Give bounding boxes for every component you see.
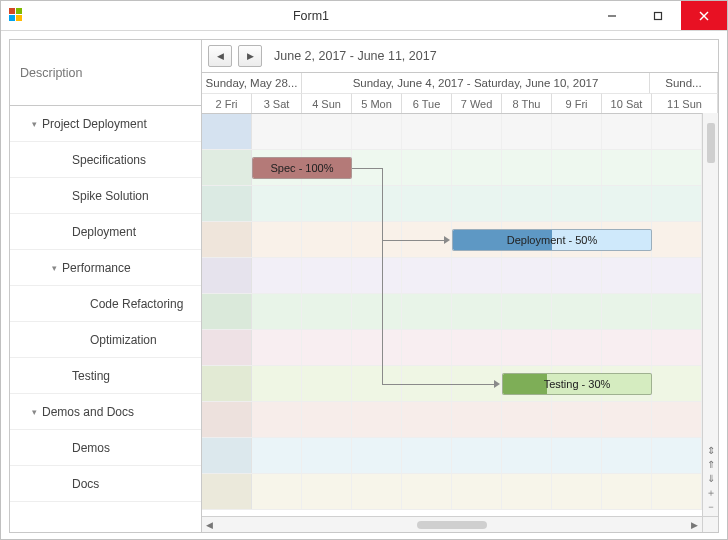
scrollbar-thumb[interactable] <box>417 521 487 529</box>
day-header[interactable]: 6 Tue <box>402 93 452 113</box>
tree-item-performance[interactable]: ▾Performance <box>10 250 201 286</box>
gantt-bar-testing[interactable]: Testing - 30% <box>502 373 652 395</box>
gantt-row[interactable] <box>202 438 702 474</box>
gantt-row[interactable] <box>202 114 702 150</box>
tree-item-testing[interactable]: Testing <box>10 358 201 394</box>
day-header[interactable]: 9 Fri <box>552 93 602 113</box>
gantt-row[interactable]: Testing - 30% <box>202 366 702 402</box>
tree-item-docs[interactable]: Docs <box>10 466 201 502</box>
date-group[interactable]: Sund... <box>650 73 718 93</box>
prev-button[interactable]: ◀ <box>208 45 232 67</box>
collapse-rows-icon[interactable]: ⇕ <box>707 446 715 456</box>
horizontal-scrollbar[interactable]: ◀ ▶ <box>202 516 702 532</box>
gantt-row[interactable] <box>202 294 702 330</box>
scroll-down-icon[interactable]: ⇓ <box>707 474 715 484</box>
close-button[interactable] <box>681 1 727 30</box>
scroll-up-icon[interactable]: ⇑ <box>707 460 715 470</box>
tree-list: ▾Project Deployment Specifications Spike… <box>10 106 201 502</box>
tree-item-demos-and-docs[interactable]: ▾Demos and Docs <box>10 394 201 430</box>
tree-item-project-deployment[interactable]: ▾Project Deployment <box>10 106 201 142</box>
date-group[interactable]: Sunday, June 4, 2017 - Saturday, June 10… <box>302 73 650 93</box>
day-header[interactable]: 5 Mon <box>352 93 402 113</box>
app-icon <box>9 8 25 24</box>
gantt-row[interactable] <box>202 330 702 366</box>
caret-down-icon: ▾ <box>28 119 40 129</box>
maximize-button[interactable] <box>635 1 681 30</box>
zoom-out-icon[interactable]: － <box>706 502 716 512</box>
tree-header: Description <box>10 40 201 106</box>
minimize-button[interactable] <box>589 1 635 30</box>
tree-item-specifications[interactable]: Specifications <box>10 142 201 178</box>
day-header[interactable]: 7 Wed <box>452 93 502 113</box>
day-header[interactable]: 3 Sat <box>252 93 302 113</box>
gantt-row[interactable] <box>202 474 702 510</box>
tree-item-code-refactoring[interactable]: Code Refactoring <box>10 286 201 322</box>
gantt-grid: Spec - 100% Deployment - 50% Testing - 3… <box>202 114 702 516</box>
window-title: Form1 <box>33 9 589 23</box>
triangle-left-icon[interactable]: ◀ <box>206 520 213 530</box>
gantt-row[interactable] <box>202 402 702 438</box>
gantt-row[interactable]: Spec - 100% <box>202 150 702 186</box>
triangle-right-icon[interactable]: ▶ <box>691 520 698 530</box>
zoom-in-icon[interactable]: ＋ <box>706 488 716 498</box>
titlebar: Form1 <box>1 1 727 31</box>
caret-down-icon: ▾ <box>48 263 60 273</box>
tree-item-optimization[interactable]: Optimization <box>10 322 201 358</box>
gantt-bar-deployment[interactable]: Deployment - 50% <box>452 229 652 251</box>
tree-item-deployment[interactable]: Deployment <box>10 214 201 250</box>
triangle-right-icon: ▶ <box>247 51 254 61</box>
day-header[interactable]: 10 Sat <box>602 93 652 113</box>
caret-down-icon: ▾ <box>28 407 40 417</box>
triangle-left-icon: ◀ <box>217 51 224 61</box>
tree-item-spike-solution[interactable]: Spike Solution <box>10 178 201 214</box>
gantt-bar-spec[interactable]: Spec - 100% <box>252 157 352 179</box>
tree-panel: Description ▾Project Deployment Specific… <box>9 39 201 533</box>
day-header[interactable]: 11 Sun <box>652 93 718 113</box>
date-group[interactable]: Sunday, May 28... <box>202 73 302 93</box>
tree-item-demos[interactable]: Demos <box>10 430 201 466</box>
day-header[interactable]: 8 Thu <box>502 93 552 113</box>
next-button[interactable]: ▶ <box>238 45 262 67</box>
day-header[interactable]: 2 Fri <box>202 93 252 113</box>
gantt-row[interactable] <box>202 186 702 222</box>
gantt-row[interactable]: Deployment - 50% <box>202 222 702 258</box>
date-header: Sunday, May 28... Sunday, June 4, 2017 -… <box>202 72 718 114</box>
scrollbar-corner <box>702 516 718 532</box>
date-range-label: June 2, 2017 - June 11, 2017 <box>274 49 437 63</box>
gantt-toolbar: ◀ ▶ June 2, 2017 - June 11, 2017 <box>202 40 718 72</box>
gantt-panel: ◀ ▶ June 2, 2017 - June 11, 2017 Sunday,… <box>201 39 719 533</box>
vertical-scrollbar[interactable]: ⇕ ⇑ ⇓ ＋ － <box>702 113 718 516</box>
scrollbar-thumb[interactable] <box>707 123 715 163</box>
gantt-row[interactable] <box>202 258 702 294</box>
svg-rect-1 <box>655 12 662 19</box>
day-header[interactable]: 4 Sun <box>302 93 352 113</box>
